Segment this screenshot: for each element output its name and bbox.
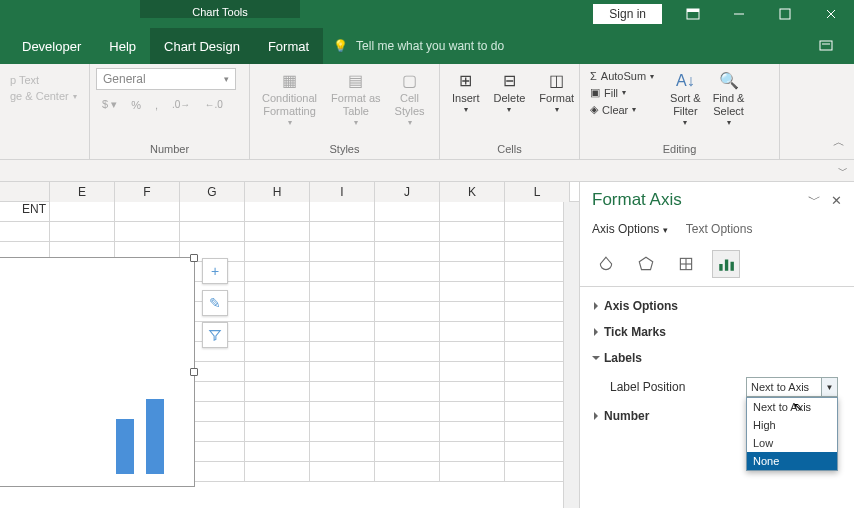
pane-options-button[interactable]: ﹀ xyxy=(808,191,821,209)
col-header[interactable]: K xyxy=(440,182,505,202)
merge-center-button[interactable]: ge & Center ▾ xyxy=(6,88,83,104)
share-icon xyxy=(818,37,834,53)
worksheet-grid[interactable]: E F G H I J K L ENT xyxy=(0,182,579,508)
ribbon-display-options[interactable] xyxy=(670,0,716,28)
dropdown-option-next[interactable]: Next to Axis xyxy=(747,398,837,416)
col-header[interactable]: I xyxy=(310,182,375,202)
insert-button[interactable]: ⊞ Insert▾ xyxy=(446,68,486,117)
chart-object[interactable]: + ✎ xyxy=(0,257,195,487)
display-options-icon xyxy=(685,6,701,22)
resize-handle[interactable] xyxy=(190,254,198,262)
tab-help[interactable]: Help xyxy=(95,28,150,64)
axis-options-section[interactable]: Axis Options xyxy=(580,293,854,319)
label-position-dropdown: Next to Axis High Low None↖ xyxy=(746,397,838,471)
tick-marks-section[interactable]: Tick Marks xyxy=(580,319,854,345)
format-button[interactable]: ◫ Format▾ xyxy=(533,68,580,117)
size-properties-icon[interactable] xyxy=(672,250,700,278)
tab-format[interactable]: Format xyxy=(254,28,323,64)
dec-decimal-button[interactable]: ←.0 xyxy=(198,97,228,112)
delete-cells-icon: ⊟ xyxy=(498,70,520,92)
share-button[interactable] xyxy=(818,37,834,56)
conditional-formatting-icon: ▦ xyxy=(279,70,301,92)
format-as-table-button[interactable]: ▤ Format as Table▾ xyxy=(325,68,387,130)
text-options-tab[interactable]: Text Options xyxy=(686,222,753,236)
axis-options-tab[interactable]: Axis Options ▾ xyxy=(592,222,668,236)
titlebar: Chart Tools Sign in xyxy=(0,0,854,28)
chart-bar[interactable] xyxy=(146,399,164,474)
sort-filter-button[interactable]: A↓ Sort & Filter▾ xyxy=(664,68,707,130)
chart-filters-button[interactable] xyxy=(202,322,228,348)
autosum-button[interactable]: ΣAutoSum ▾ xyxy=(586,68,658,84)
currency-button[interactable]: $ ▾ xyxy=(96,96,123,113)
formula-bar-strip: ﹀ xyxy=(0,160,854,182)
percent-button[interactable]: % xyxy=(125,97,147,113)
lightbulb-icon: 💡 xyxy=(333,39,348,53)
cell[interactable]: ENT xyxy=(0,202,50,222)
fill-button[interactable]: ▣Fill ▾ xyxy=(586,84,658,101)
format-axis-pane: Format Axis ﹀ ✕ Axis Options ▾ Text Opti… xyxy=(579,182,854,508)
number-format-combo[interactable]: General▾ xyxy=(96,68,236,90)
cell-styles-icon: ▢ xyxy=(399,70,421,92)
pane-close-button[interactable]: ✕ xyxy=(831,193,842,208)
dropdown-option-high[interactable]: High xyxy=(747,416,837,434)
tab-chart-design[interactable]: Chart Design xyxy=(150,28,254,64)
chart-bar[interactable] xyxy=(116,419,134,474)
insert-cells-icon: ⊞ xyxy=(455,70,477,92)
maximize-icon xyxy=(777,6,793,22)
col-header[interactable]: H xyxy=(245,182,310,202)
col-header[interactable]: E xyxy=(50,182,115,202)
comma-button[interactable]: , xyxy=(149,97,164,113)
svg-rect-3 xyxy=(780,9,790,19)
ribbon: p Text ge & Center ▾ General▾ $ ▾ % , .0… xyxy=(0,64,854,160)
svg-rect-13 xyxy=(731,262,734,271)
svg-rect-11 xyxy=(719,264,722,271)
col-header[interactable]: J xyxy=(375,182,440,202)
tab-developer[interactable]: Developer xyxy=(8,28,95,64)
brush-icon: ✎ xyxy=(209,295,221,311)
chevron-down-icon: ﹀ xyxy=(808,192,821,207)
labels-section[interactable]: Labels xyxy=(580,345,854,371)
sign-in-button[interactable]: Sign in xyxy=(593,4,662,24)
collapse-ribbon-button[interactable]: ︿ xyxy=(824,64,854,159)
cell-styles-button[interactable]: ▢ Cell Styles▾ xyxy=(389,68,431,130)
col-header[interactable]: F xyxy=(115,182,180,202)
close-icon: ✕ xyxy=(831,193,842,208)
minimize-icon xyxy=(731,6,747,22)
col-header[interactable]: G xyxy=(180,182,245,202)
delete-button[interactable]: ⊟ Delete▾ xyxy=(488,68,532,117)
vertical-scrollbar[interactable] xyxy=(563,202,579,508)
svg-rect-1 xyxy=(687,9,699,12)
dropdown-option-low[interactable]: Low xyxy=(747,434,837,452)
label-position-combo[interactable]: Next to Axis ▼ Next to Axis High Low Non… xyxy=(746,377,838,397)
resize-handle[interactable] xyxy=(190,368,198,376)
tell-me-search[interactable]: 💡 Tell me what you want to do xyxy=(333,39,504,53)
expand-formula-icon[interactable]: ﹀ xyxy=(838,164,848,178)
close-button[interactable] xyxy=(808,0,854,28)
chevron-down-icon: ▾ xyxy=(224,74,229,84)
format-icon: ◫ xyxy=(546,70,568,92)
wrap-text-button[interactable]: p Text xyxy=(6,72,83,88)
find-select-button[interactable]: 🔍 Find & Select▾ xyxy=(707,68,751,130)
chevron-down-icon: ▾ xyxy=(663,225,668,235)
col-header[interactable]: L xyxy=(505,182,570,202)
maximize-button[interactable] xyxy=(762,0,808,28)
group-label: Styles xyxy=(256,141,433,159)
ribbon-tabs: Developer Help Chart Design Format 💡 Tel… xyxy=(0,28,854,64)
group-label xyxy=(6,141,83,159)
dropdown-option-none[interactable]: None↖ xyxy=(747,452,837,470)
svg-rect-6 xyxy=(820,41,832,50)
effects-icon[interactable] xyxy=(632,250,660,278)
fill-line-icon[interactable] xyxy=(592,250,620,278)
chevron-up-icon: ︿ xyxy=(833,134,845,151)
clear-button[interactable]: ◈Clear ▾ xyxy=(586,101,658,118)
chart-styles-button[interactable]: ✎ xyxy=(202,290,228,316)
inc-decimal-button[interactable]: .0→ xyxy=(166,97,196,112)
minimize-button[interactable] xyxy=(716,0,762,28)
axis-options-icon[interactable] xyxy=(712,250,740,278)
chevron-down-icon xyxy=(592,356,600,360)
svg-marker-7 xyxy=(639,257,653,269)
fill-icon: ▣ xyxy=(590,86,600,99)
select-all[interactable] xyxy=(0,182,50,201)
chart-elements-button[interactable]: + xyxy=(202,258,228,284)
conditional-formatting-button[interactable]: ▦ Conditional Formatting▾ xyxy=(256,68,323,130)
